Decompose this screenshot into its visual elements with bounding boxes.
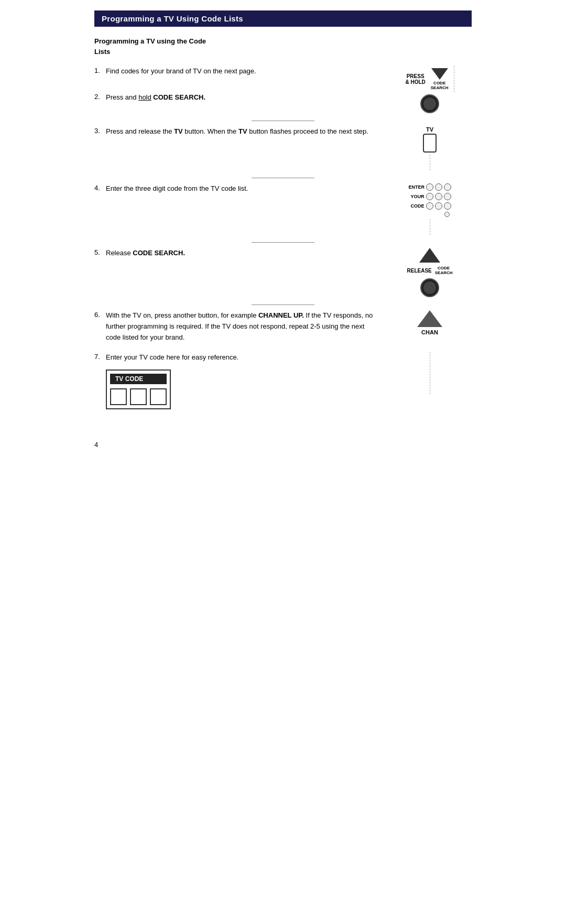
step-4: 4. Enter the three digit code from the T…: [94, 183, 380, 194]
code-search-step1-label: CODE SEARCH: [431, 81, 449, 90]
step-4-text-area: 4. Enter the three digit code from the T…: [94, 183, 388, 197]
step-3-row: 3. Press and release the TV button. When…: [94, 126, 472, 172]
hold-label: & HOLD: [405, 79, 425, 85]
digit-1: [110, 388, 127, 405]
keypad-group: ENTER YOUR CODE: [409, 183, 451, 217]
code-search-button-visual: [420, 94, 439, 113]
spacer-1: [94, 345, 472, 352]
page-title: Programming a TV Using Code Lists: [102, 14, 243, 23]
key-5: [435, 193, 442, 200]
step-7-row: 7. Enter your TV code here for easy refe…: [94, 352, 472, 409]
your-label: YOUR: [409, 194, 424, 199]
chan-up-arrow-icon: [417, 310, 442, 327]
code-search-bold: CODE SEARCH.: [153, 93, 205, 101]
page-header: Programming a TV Using Code Lists: [94, 10, 472, 27]
chan-label: CHAN: [421, 329, 438, 335]
divider-1: [252, 121, 314, 121]
step-6-text-area: 6. With the TV on, press another button,…: [94, 310, 388, 345]
section-intro: Programming a TV using the Code Lists: [94, 36, 472, 57]
digit-2: [130, 388, 147, 405]
down-arrow-icon: [431, 68, 448, 80]
step-1: 1. Find codes for your brand of TV on th…: [94, 66, 380, 77]
circle-btn-inner: [423, 97, 436, 110]
divider-4: [252, 305, 314, 305]
step-2: 2. Press and hold CODE SEARCH.: [94, 92, 380, 103]
step-5: 5. Release CODE SEARCH.: [94, 248, 380, 259]
step-3: 3. Press and release the TV button. When…: [94, 126, 380, 137]
step-4-row: 4. Enter the three digit code from the T…: [94, 183, 472, 237]
release-circle-btn: [420, 278, 439, 297]
step-5-content: Release CODE SEARCH.: [106, 248, 380, 259]
step-1-visual: PRESS & HOLD CODE SEARCH: [388, 66, 472, 92]
key-2: [435, 183, 442, 191]
code-digits-row: [110, 388, 167, 405]
tv-bold-2: TV: [238, 127, 247, 135]
release-group: RELEASE CODE SEARCH: [407, 248, 452, 299]
code-label: CODE: [409, 203, 424, 209]
step-7-text-area: 7. Enter your TV code here for easy refe…: [94, 352, 388, 409]
chan-group: CHAN: [417, 310, 442, 335]
tv-code-title: TV CODE: [110, 374, 167, 384]
hold-underline: hold: [138, 93, 151, 101]
key-8: [435, 202, 442, 210]
step-7-visual: [388, 352, 472, 394]
press-label: PRESS: [407, 73, 424, 79]
release-circle-inner: [423, 281, 436, 294]
divider-2: [252, 178, 314, 178]
keypad-enter-row: ENTER: [409, 183, 451, 191]
keypad-your-row: YOUR: [409, 193, 451, 200]
step-7-number: 7.: [94, 352, 106, 363]
step-6-visual: CHAN: [388, 310, 472, 335]
side-dotted-line: [454, 66, 454, 92]
step-3-number: 3.: [94, 126, 106, 137]
step-2-number: 2.: [94, 92, 106, 103]
press-hold-group: PRESS & HOLD CODE SEARCH: [405, 66, 454, 92]
step-7: 7. Enter your TV code here for easy refe…: [94, 352, 380, 363]
side-dotted-line-2: [430, 155, 430, 170]
step-5-number: 5.: [94, 248, 106, 259]
step-1-text-area: 1. Find codes for your brand of TV on th…: [94, 66, 388, 79]
tv-code-container: TV CODE: [106, 369, 380, 409]
step-2-text-area: 2. Press and hold CODE SEARCH.: [94, 92, 388, 105]
code-search-5-label: CODE SEARCH: [435, 266, 453, 275]
release-labels: RELEASE CODE SEARCH: [407, 266, 452, 275]
tv-rect-button: [423, 134, 437, 153]
enter-label: ENTER: [409, 184, 424, 190]
step-3-content: Press and release the TV button. When th…: [106, 126, 380, 137]
step-6-row: 6. With the TV on, press another button,…: [94, 310, 472, 345]
side-dotted-line-7: [430, 352, 430, 394]
tv-button-group: TV: [423, 126, 437, 153]
digit-3: [150, 388, 167, 405]
side-dotted-line-3: [430, 219, 430, 235]
step-2-visual: [388, 92, 472, 115]
key-3: [444, 183, 451, 191]
step-1-content: Find codes for your brand of TV on the n…: [106, 66, 380, 77]
tv-bold-1: TV: [174, 127, 183, 135]
step-4-visual: ENTER YOUR CODE: [388, 183, 472, 237]
key-6: [444, 193, 451, 200]
step-2-content: Press and hold CODE SEARCH.: [106, 92, 380, 103]
press-hold-labels: PRESS & HOLD: [405, 73, 425, 85]
keypad-code-row: CODE: [409, 202, 451, 210]
page-number: 4: [94, 441, 472, 449]
intro-line1: Programming a TV using the Code: [94, 37, 206, 45]
key-dot: [444, 212, 450, 217]
step-3-visual: TV: [388, 126, 472, 172]
up-arrow-icon: [419, 248, 440, 263]
code-search-5-bold: CODE SEARCH.: [133, 249, 185, 257]
key-9: [444, 202, 451, 210]
step-5-visual: RELEASE CODE SEARCH: [388, 248, 472, 299]
tv-code-box: TV CODE: [106, 369, 171, 409]
step-7-content: Enter your TV code here for easy referen…: [106, 352, 380, 363]
release-label: RELEASE: [407, 268, 431, 274]
step-4-number: 4.: [94, 183, 106, 194]
key-1: [426, 183, 433, 191]
down-arrow-group: CODE SEARCH: [431, 68, 449, 90]
channel-up-bold: CHANNEL UP.: [258, 311, 304, 319]
step-4-content: Enter the three digit code from the TV c…: [106, 183, 380, 194]
step-5-row: 5. Release CODE SEARCH. RELEASE CODE SEA…: [94, 248, 472, 299]
step-6-number: 6.: [94, 310, 106, 343]
step-6-content: With the TV on, press another button, fo…: [106, 310, 380, 343]
step-3-text-area: 3. Press and release the TV button. When…: [94, 126, 388, 139]
keypad-dot-row: [409, 212, 451, 217]
